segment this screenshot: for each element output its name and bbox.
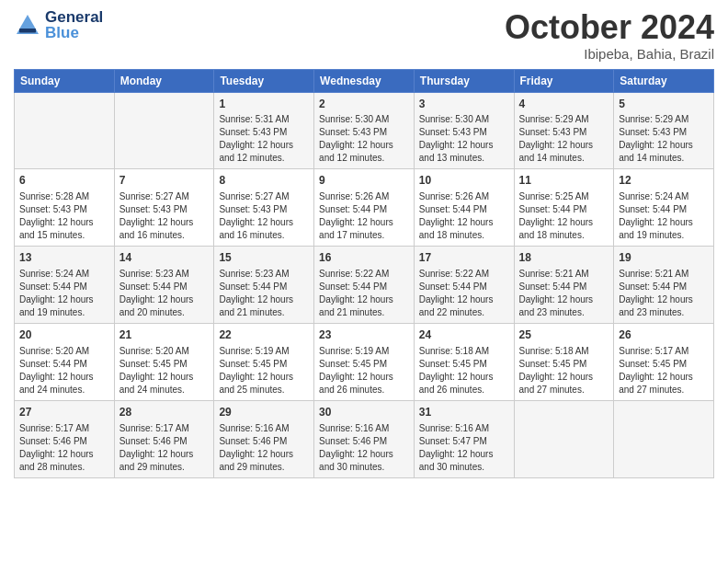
calendar-cell: 8Sunrise: 5:27 AMSunset: 5:43 PMDaylight…	[214, 169, 314, 247]
weekday-header-saturday: Saturday	[614, 69, 714, 92]
calendar-cell: 13Sunrise: 5:24 AMSunset: 5:44 PMDayligh…	[15, 247, 115, 324]
sunset-time: Sunset: 5:46 PM	[319, 436, 387, 446]
sunset-time: Sunset: 5:45 PM	[119, 359, 188, 369]
sunset-time: Sunset: 5:44 PM	[519, 204, 587, 214]
daylight-hours: Daylight: 12 hours and 15 minutes.	[19, 217, 94, 240]
day-number: 29	[219, 405, 309, 420]
daylight-hours: Daylight: 12 hours and 24 minutes.	[19, 372, 94, 395]
sunrise-time: Sunrise: 5:24 AM	[19, 269, 89, 279]
calendar-week-3: 13Sunrise: 5:24 AMSunset: 5:44 PMDayligh…	[15, 247, 714, 324]
sunset-time: Sunset: 5:44 PM	[19, 282, 87, 292]
day-number: 3	[419, 97, 509, 112]
daylight-hours: Daylight: 12 hours and 25 minutes.	[219, 372, 293, 395]
day-detail: Sunrise: 5:17 AMSunset: 5:45 PMDaylight:…	[619, 345, 709, 396]
calendar-cell: 2Sunrise: 5:30 AMSunset: 5:43 PMDaylight…	[314, 92, 415, 169]
calendar-cell: 10Sunrise: 5:26 AMSunset: 5:44 PMDayligh…	[414, 169, 514, 247]
logo: General Blue	[14, 9, 103, 41]
sunrise-time: Sunrise: 5:23 AM	[219, 269, 289, 279]
sunset-time: Sunset: 5:45 PM	[419, 359, 487, 369]
weekday-header-sunday: Sunday	[15, 69, 115, 92]
sunrise-time: Sunrise: 5:27 AM	[119, 191, 189, 201]
day-number: 30	[319, 405, 409, 420]
day-detail: Sunrise: 5:30 AMSunset: 5:43 PMDaylight:…	[419, 113, 509, 165]
day-detail: Sunrise: 5:17 AMSunset: 5:46 PMDaylight:…	[19, 422, 109, 474]
sunrise-time: Sunrise: 5:20 AM	[19, 346, 89, 356]
sunset-time: Sunset: 5:45 PM	[619, 359, 687, 369]
sunrise-time: Sunrise: 5:22 AM	[319, 269, 389, 279]
daylight-hours: Daylight: 12 hours and 13 minutes.	[419, 140, 494, 163]
daylight-hours: Daylight: 12 hours and 23 minutes.	[619, 294, 693, 317]
calendar-cell: 1Sunrise: 5:31 AMSunset: 5:43 PMDaylight…	[214, 92, 314, 169]
weekday-header-wednesday: Wednesday	[314, 69, 415, 92]
sunset-time: Sunset: 5:43 PM	[119, 204, 188, 214]
sunrise-time: Sunrise: 5:28 AM	[19, 191, 89, 201]
daylight-hours: Daylight: 12 hours and 16 minutes.	[219, 217, 293, 240]
sunrise-time: Sunrise: 5:16 AM	[319, 423, 389, 433]
day-number: 16	[319, 250, 409, 266]
day-number: 5	[619, 97, 709, 112]
calendar-week-4: 20Sunrise: 5:20 AMSunset: 5:44 PMDayligh…	[15, 323, 714, 400]
daylight-hours: Daylight: 12 hours and 17 minutes.	[319, 217, 393, 240]
sunrise-time: Sunrise: 5:18 AM	[519, 346, 589, 356]
daylight-hours: Daylight: 12 hours and 24 minutes.	[119, 372, 194, 395]
svg-rect-1	[19, 29, 36, 33]
location-subtitle: Ibipeba, Bahia, Brazil	[505, 46, 714, 62]
calendar-cell: 19Sunrise: 5:21 AMSunset: 5:44 PMDayligh…	[614, 247, 714, 324]
day-detail: Sunrise: 5:21 AMSunset: 5:44 PMDaylight:…	[619, 268, 709, 319]
calendar-cell: 16Sunrise: 5:22 AMSunset: 5:44 PMDayligh…	[314, 247, 415, 324]
day-detail: Sunrise: 5:25 AMSunset: 5:44 PMDaylight:…	[519, 190, 609, 242]
sunset-time: Sunset: 5:44 PM	[119, 282, 188, 292]
day-detail: Sunrise: 5:29 AMSunset: 5:43 PMDaylight:…	[519, 113, 609, 165]
page-container: General Blue October 2024 Ibipeba, Bahia…	[0, 0, 728, 563]
calendar-header-row: SundayMondayTuesdayWednesdayThursdayFrid…	[15, 69, 714, 92]
calendar-cell: 12Sunrise: 5:24 AMSunset: 5:44 PMDayligh…	[614, 169, 714, 247]
calendar-week-2: 6Sunrise: 5:28 AMSunset: 5:43 PMDaylight…	[15, 169, 714, 247]
daylight-hours: Daylight: 12 hours and 23 minutes.	[519, 294, 594, 317]
month-title: October 2024	[505, 9, 714, 46]
sunset-time: Sunset: 5:47 PM	[419, 436, 487, 446]
daylight-hours: Daylight: 12 hours and 26 minutes.	[419, 372, 494, 395]
sunset-time: Sunset: 5:44 PM	[319, 282, 387, 292]
calendar-cell: 18Sunrise: 5:21 AMSunset: 5:44 PMDayligh…	[514, 247, 614, 324]
sunset-time: Sunset: 5:45 PM	[319, 359, 387, 369]
day-detail: Sunrise: 5:27 AMSunset: 5:43 PMDaylight:…	[119, 190, 210, 242]
weekday-header-friday: Friday	[514, 69, 614, 92]
calendar-week-5: 27Sunrise: 5:17 AMSunset: 5:46 PMDayligh…	[15, 400, 714, 477]
day-number: 10	[419, 173, 509, 189]
day-number: 31	[419, 405, 509, 420]
sunrise-time: Sunrise: 5:22 AM	[419, 269, 489, 279]
day-number: 7	[119, 173, 210, 189]
calendar-cell: 27Sunrise: 5:17 AMSunset: 5:46 PMDayligh…	[15, 400, 115, 477]
day-number: 2	[319, 97, 409, 112]
sunset-time: Sunset: 5:43 PM	[19, 204, 87, 214]
sunset-time: Sunset: 5:43 PM	[319, 127, 387, 137]
day-number: 8	[219, 173, 309, 189]
daylight-hours: Daylight: 12 hours and 12 minutes.	[319, 140, 393, 163]
sunrise-time: Sunrise: 5:24 AM	[619, 191, 688, 201]
day-number: 19	[619, 250, 709, 266]
sunrise-time: Sunrise: 5:19 AM	[219, 346, 289, 356]
day-detail: Sunrise: 5:22 AMSunset: 5:44 PMDaylight:…	[419, 268, 509, 319]
day-detail: Sunrise: 5:28 AMSunset: 5:43 PMDaylight:…	[19, 190, 109, 242]
sunrise-time: Sunrise: 5:27 AM	[219, 191, 289, 201]
day-detail: Sunrise: 5:16 AMSunset: 5:47 PMDaylight:…	[419, 422, 509, 474]
day-detail: Sunrise: 5:24 AMSunset: 5:44 PMDaylight:…	[619, 190, 709, 242]
day-number: 13	[19, 250, 109, 266]
day-detail: Sunrise: 5:26 AMSunset: 5:44 PMDaylight:…	[319, 190, 409, 242]
daylight-hours: Daylight: 12 hours and 27 minutes.	[519, 372, 594, 395]
daylight-hours: Daylight: 12 hours and 14 minutes.	[619, 140, 693, 163]
calendar-cell: 30Sunrise: 5:16 AMSunset: 5:46 PMDayligh…	[314, 400, 415, 477]
calendar-cell: 28Sunrise: 5:17 AMSunset: 5:46 PMDayligh…	[114, 400, 214, 477]
day-detail: Sunrise: 5:31 AMSunset: 5:43 PMDaylight:…	[219, 113, 309, 165]
daylight-hours: Daylight: 12 hours and 16 minutes.	[119, 217, 194, 240]
daylight-hours: Daylight: 12 hours and 18 minutes.	[419, 217, 494, 240]
day-detail: Sunrise: 5:16 AMSunset: 5:46 PMDaylight:…	[319, 422, 409, 474]
sunset-time: Sunset: 5:44 PM	[419, 282, 487, 292]
sunrise-time: Sunrise: 5:31 AM	[219, 114, 289, 124]
sunset-time: Sunset: 5:43 PM	[619, 127, 687, 137]
header: General Blue October 2024 Ibipeba, Bahia…	[14, 9, 714, 62]
calendar-cell: 25Sunrise: 5:18 AMSunset: 5:45 PMDayligh…	[514, 323, 614, 400]
calendar-cell: 20Sunrise: 5:20 AMSunset: 5:44 PMDayligh…	[15, 323, 115, 400]
daylight-hours: Daylight: 12 hours and 27 minutes.	[619, 372, 693, 395]
day-detail: Sunrise: 5:27 AMSunset: 5:43 PMDaylight:…	[219, 190, 309, 242]
